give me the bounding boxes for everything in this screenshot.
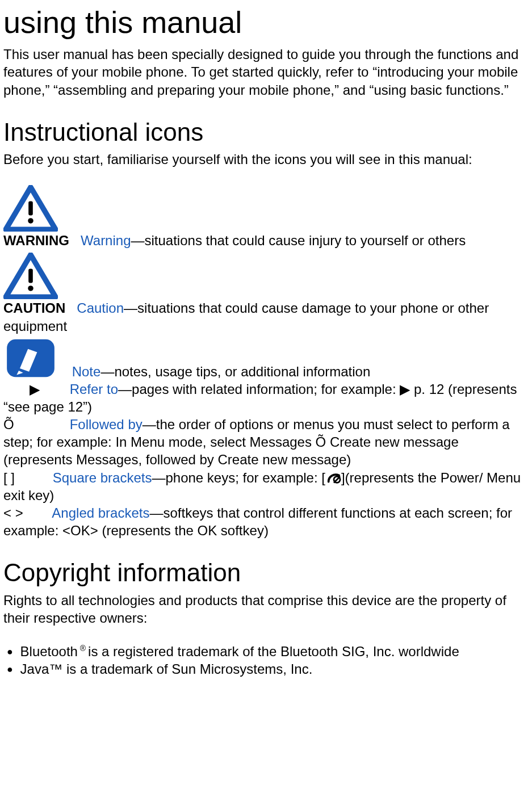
warning-label: WARNING	[3, 233, 69, 248]
svg-point-1	[28, 218, 33, 224]
followed-term: Followed by	[70, 417, 143, 432]
section-instructional-icons-title: Instructional icons	[3, 116, 529, 148]
caution-term: Caution	[77, 300, 124, 316]
list-item: Java™ is a trademark of Sun Microsystems…	[7, 660, 529, 678]
registered-mark: ®	[78, 644, 88, 653]
square-brackets-desc-a: —phone keys; for example: [	[152, 470, 325, 485]
warning-block: WARNING Warning—situations that could ca…	[3, 185, 529, 249]
note-desc: —notes, usage tips, or additional inform…	[100, 364, 370, 379]
svg-rect-2	[28, 269, 33, 283]
followed-symbol: Õ	[3, 416, 66, 433]
angled-brackets-term: Angled brackets	[52, 505, 149, 521]
intro-paragraph: This user manual has been specially desi…	[3, 45, 529, 99]
page-title: using this manual	[3, 2, 529, 42]
followed-arrow: Õ	[316, 434, 326, 450]
svg-rect-0	[28, 202, 33, 216]
refer-symbol: ▶	[3, 380, 66, 398]
angled-brackets-symbol: < >	[3, 504, 49, 522]
refer-desc-a: —pages with related information; for exa…	[118, 381, 400, 397]
angled-brackets-block: < > Angled brackets—softkeys that contro…	[3, 504, 529, 539]
copyright-list: Bluetooth ® is a registered trademark of…	[3, 643, 529, 678]
bluetooth-text-a: Bluetooth	[20, 644, 78, 659]
refer-term: Refer to	[70, 381, 118, 397]
power-key-icon	[325, 470, 341, 485]
square-brackets-symbol: [ ]	[3, 469, 49, 486]
warning-term: Warning	[81, 233, 131, 248]
warning-desc: —situations that could cause injury to y…	[131, 233, 466, 248]
section-copyright-intro: Rights to all technologies and products …	[3, 591, 529, 627]
list-item: Bluetooth ® is a registered trademark of…	[7, 643, 529, 660]
square-brackets-term: Square brackets	[53, 470, 152, 485]
note-icon	[3, 336, 58, 380]
warning-icon	[3, 185, 58, 232]
refer-block: ▶ Refer to—pages with related informatio…	[3, 380, 529, 416]
bluetooth-text-b: is a registered trademark of the Bluetoo…	[88, 644, 459, 659]
square-brackets-block: [ ] Square brackets—phone keys; for exam…	[3, 469, 529, 504]
caution-label: CAUTION	[3, 300, 65, 316]
section-copyright-title: Copyright information	[3, 556, 529, 589]
section-instructional-icons-intro: Before you start, familiarise yourself w…	[3, 150, 529, 168]
followed-block: Õ Followed by—the order of options or me…	[3, 416, 529, 469]
refer-example: ▶	[400, 381, 410, 397]
caution-block: CAUTION Caution—situations that could ca…	[3, 253, 529, 334]
note-term: Note	[72, 364, 101, 379]
svg-point-3	[28, 286, 33, 291]
caution-icon	[3, 253, 58, 299]
note-block: Note—notes, usage tips, or additional in…	[3, 336, 529, 380]
